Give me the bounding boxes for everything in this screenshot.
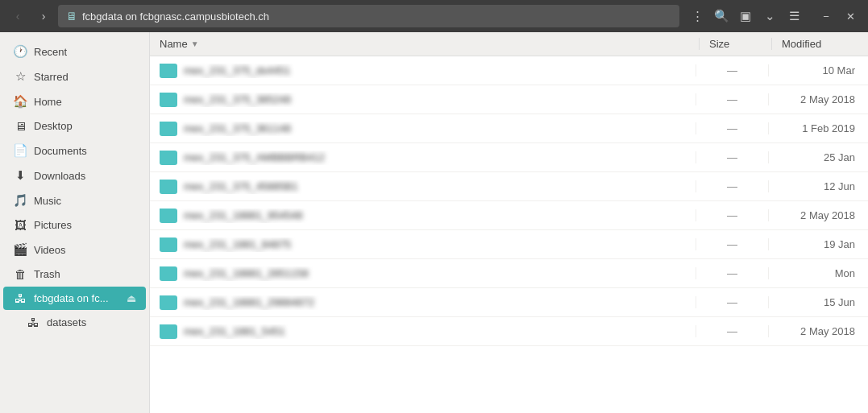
file-size-cell: — xyxy=(696,296,768,308)
file-name-cell: mex_231_375_385248 xyxy=(153,93,696,107)
table-row[interactable]: mex_231_375_361148—1 Feb 2019 xyxy=(150,114,868,143)
file-name-text: mex_231_375_385248 xyxy=(184,93,291,105)
eject-icon[interactable]: ⏏ xyxy=(127,292,136,304)
back-button[interactable]: ‹ xyxy=(6,5,29,27)
sidebar-item-videos[interactable]: 🎬Videos xyxy=(3,237,146,262)
col-name-header[interactable]: Name ▼ xyxy=(150,38,699,50)
pictures-icon: 🖼 xyxy=(13,218,27,232)
file-name-text: mex_231_18881_29884872 xyxy=(184,296,314,308)
folder-icon xyxy=(160,122,177,136)
sidebar-item-downloads[interactable]: ⬇Downloads xyxy=(3,163,146,188)
minimize-button[interactable]: − xyxy=(815,5,837,27)
file-size-cell: — xyxy=(696,151,768,163)
file-name-text: mex_231_375_ds4451 xyxy=(184,64,290,76)
file-name-cell: mex_231_375_361148 xyxy=(153,122,696,136)
file-name-text: mex_231_18881_954548 xyxy=(184,209,302,221)
file-modified-cell: 1 Feb 2019 xyxy=(768,122,865,134)
folder-icon xyxy=(160,237,177,252)
close-button[interactable]: ✕ xyxy=(839,5,862,27)
trash-icon: 🗑 xyxy=(13,267,27,281)
sidebar-item-desktop[interactable]: 🖥Desktop xyxy=(3,114,146,138)
col-size-header[interactable]: Size xyxy=(699,38,771,50)
sidebar-item-recent[interactable]: 🕐Recent xyxy=(3,39,146,64)
recent-icon: 🕐 xyxy=(13,44,27,59)
sidebar-label-starred: Starred xyxy=(34,71,69,83)
table-row[interactable]: mex_231_375_385248—2 May 2018 xyxy=(150,85,868,114)
sidebar-item-documents[interactable]: 📄Documents xyxy=(3,138,146,163)
table-row[interactable]: mex_231_1881_5451—2 May 2018 xyxy=(150,317,868,346)
file-name-cell: mex_231_18881_2851158 xyxy=(153,266,696,281)
file-modified-cell: 2 May 2018 xyxy=(768,325,865,337)
sidebar-item-pictures[interactable]: 🖼Pictures xyxy=(3,213,146,237)
home-icon: 🏠 xyxy=(13,94,27,109)
sidebar-label-datasets: datasets xyxy=(47,316,86,328)
file-name-text: mex_231_18881_2851158 xyxy=(184,267,309,279)
sidebar-label-fcbgdata: fcbgdata on fc... xyxy=(34,292,109,304)
sidebar-item-home[interactable]: 🏠Home xyxy=(3,89,146,114)
documents-icon: 📄 xyxy=(13,143,27,158)
file-modified-cell: 10 Mar xyxy=(768,64,865,76)
folder-icon xyxy=(160,209,177,223)
view-list-button[interactable]: ☰ xyxy=(783,5,805,27)
view-dropdown-button[interactable]: ⌄ xyxy=(758,5,781,27)
titlebar: ‹ › 🖥 fcbgdata on fcbgnasc.campusbiotech… xyxy=(0,0,868,32)
sidebar-item-fcbgdata[interactable]: 🖧fcbgdata on fc...⏏ xyxy=(3,287,146,310)
file-size-cell: — xyxy=(696,122,768,134)
file-name-cell: mex_231_1881_5451 xyxy=(153,324,696,339)
file-size-cell: — xyxy=(696,238,768,250)
table-row[interactable]: mex_231_18881_954548—2 May 2018 xyxy=(150,201,868,230)
folder-icon xyxy=(160,151,177,165)
fcbgdata-icon: 🖧 xyxy=(13,291,27,305)
col-modified-header[interactable]: Modified xyxy=(771,38,868,50)
folder-icon xyxy=(160,180,177,194)
overflow-menu-button[interactable]: ⋮ xyxy=(686,5,708,27)
file-name-cell: mex_231_1881_84875 xyxy=(153,237,696,252)
titlebar-actions: ⋮ 🔍 ▣ ⌄ ☰ xyxy=(686,5,805,27)
sidebar-label-videos: Videos xyxy=(34,244,66,256)
file-size-cell: — xyxy=(696,209,768,221)
desktop-icon: 🖥 xyxy=(13,119,27,133)
table-row[interactable]: mex_231_375_45885B1—12 Jun xyxy=(150,172,868,201)
sidebar: 🕐Recent☆Starred🏠Home🖥Desktop📄Documents⬇D… xyxy=(0,32,150,413)
sidebar-item-datasets[interactable]: 🖧datasets xyxy=(3,311,146,334)
sidebar-item-music[interactable]: 🎵Music xyxy=(3,188,146,213)
file-modified-cell: 15 Jun xyxy=(768,296,865,308)
file-size-cell: — xyxy=(696,64,768,76)
sidebar-label-trash: Trash xyxy=(34,268,60,280)
folder-icon xyxy=(160,93,177,107)
folder-icon xyxy=(160,295,177,310)
folder-icon xyxy=(160,324,177,339)
location-bar[interactable]: 🖥 fcbgdata on fcbgnasc.campusbiotech.ch xyxy=(58,5,679,27)
file-list: mex_231_375_ds4451—10 Marmex_231_375_385… xyxy=(150,56,868,413)
main-area: 🕐Recent☆Starred🏠Home🖥Desktop📄Documents⬇D… xyxy=(0,32,868,413)
sidebar-label-recent: Recent xyxy=(34,46,67,58)
column-headers: Name ▼ Size Modified xyxy=(150,32,868,56)
content-area: Name ▼ Size Modified mex_231_375_ds4451—… xyxy=(150,32,868,413)
window-controls: − ✕ xyxy=(815,5,862,27)
starred-icon: ☆ xyxy=(13,69,27,84)
table-row[interactable]: mex_231_18881_29884872—15 Jun xyxy=(150,288,868,317)
sidebar-item-starred[interactable]: ☆Starred xyxy=(3,64,146,89)
table-row[interactable]: mex_231_18881_2851158—Mon xyxy=(150,259,868,288)
table-row[interactable]: mex_231_375_AMBBBRB412—25 Jan xyxy=(150,143,868,172)
sort-arrow-icon: ▼ xyxy=(191,39,199,48)
sidebar-item-trash[interactable]: 🗑Trash xyxy=(3,262,146,286)
file-modified-cell: 12 Jun xyxy=(768,180,865,192)
music-icon: 🎵 xyxy=(13,193,27,208)
table-row[interactable]: mex_231_1881_84875—19 Jan xyxy=(150,230,868,259)
file-modified-cell: 19 Jan xyxy=(768,238,865,250)
file-name-text: mex_231_375_361148 xyxy=(184,122,291,134)
file-name-text: mex_231_375_AMBBBRB412 xyxy=(184,151,325,163)
folder-icon xyxy=(160,266,177,281)
view-grid-button[interactable]: ▣ xyxy=(734,5,757,27)
forward-button[interactable]: › xyxy=(32,5,55,27)
table-row[interactable]: mex_231_375_ds4451—10 Mar xyxy=(150,56,868,85)
file-name-text: mex_231_1881_84875 xyxy=(184,238,291,250)
file-name-cell: mex_231_375_ds4451 xyxy=(153,64,696,78)
file-size-cell: — xyxy=(696,267,768,279)
search-button[interactable]: 🔍 xyxy=(710,5,733,27)
videos-icon: 🎬 xyxy=(13,242,27,257)
file-size-cell: — xyxy=(696,325,768,337)
file-name-text: mex_231_1881_5451 xyxy=(184,325,285,337)
file-name-cell: mex_231_375_45885B1 xyxy=(153,180,696,194)
